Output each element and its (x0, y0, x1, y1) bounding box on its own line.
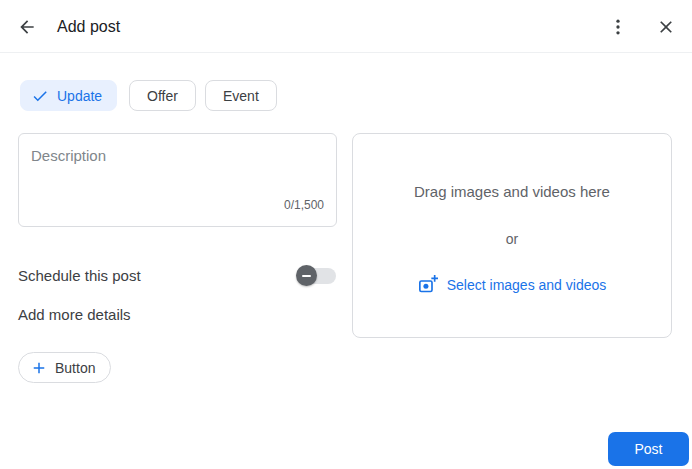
minus-icon (302, 275, 311, 277)
select-media-label: Select images and videos (447, 277, 607, 293)
post-type-chip-event[interactable]: Event (205, 80, 277, 111)
media-dropzone[interactable]: Drag images and videos here or Select im… (352, 133, 672, 338)
close-icon (656, 17, 676, 37)
plus-icon (30, 359, 48, 377)
schedule-post-label: Schedule this post (18, 267, 141, 284)
add-photo-icon (418, 275, 438, 295)
add-post-dialog: Add post Update Offer Event 0/1,500 Drag… (0, 0, 692, 469)
dropzone-drag-text: Drag images and videos here (353, 183, 671, 200)
schedule-toggle[interactable] (296, 265, 337, 286)
add-button-chip[interactable]: Button (18, 352, 111, 383)
page-title: Add post (57, 0, 120, 53)
close-button[interactable] (654, 15, 678, 39)
checkmark-icon (31, 87, 49, 105)
kebab-menu-icon (608, 17, 628, 37)
description-input[interactable] (19, 134, 336, 190)
toggle-thumb (296, 265, 317, 286)
back-button[interactable] (15, 15, 39, 39)
post-type-chip-offer[interactable]: Offer (129, 80, 196, 111)
chip-label-offer: Offer (147, 88, 178, 104)
chip-label-update: Update (57, 88, 102, 104)
post-type-chip-update[interactable]: Update (20, 80, 117, 111)
character-counter: 0/1,500 (284, 198, 324, 212)
overflow-menu-button[interactable] (606, 15, 630, 39)
post-button[interactable]: Post (608, 432, 689, 466)
chip-label-event: Event (223, 88, 259, 104)
select-media-link[interactable]: Select images and videos (353, 275, 671, 295)
description-box: 0/1,500 (18, 133, 337, 227)
dialog-header: Add post (0, 0, 692, 53)
add-button-chip-label: Button (55, 360, 95, 376)
dropzone-or-text: or (353, 231, 671, 247)
add-more-details-link[interactable]: Add more details (18, 306, 131, 323)
arrow-left-icon (17, 17, 37, 37)
